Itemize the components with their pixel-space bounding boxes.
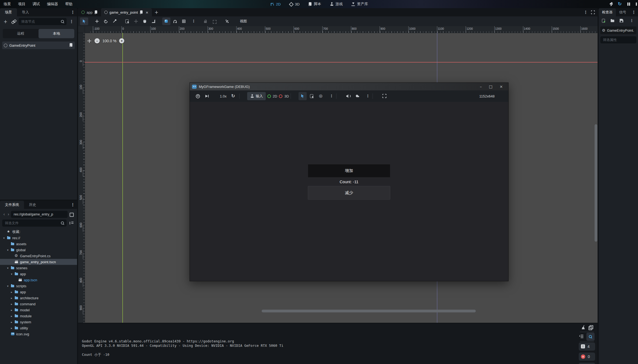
vertical-scrollbar[interactable]: [595, 124, 597, 242]
tree-row-scenes[interactable]: ▾ scenes: [0, 265, 77, 271]
path-breadcrumb[interactable]: [11, 211, 68, 218]
zoom-out-button[interactable]: –: [94, 38, 100, 43]
tree-row-system[interactable]: ▸ system: [0, 319, 77, 325]
scene-tree-menu-icon[interactable]: ⋮: [68, 18, 75, 25]
new-resource-button[interactable]: [601, 19, 606, 24]
zoom-percent-button[interactable]: 100.0 %: [102, 39, 116, 43]
mode-2d-button[interactable]: 2D: [267, 92, 277, 100]
scene-dock-menu-icon[interactable]: ⋮: [69, 8, 77, 16]
add-node-button[interactable]: +: [2, 18, 9, 25]
expand-arrow[interactable]: ▸: [10, 327, 13, 330]
center-view-icon[interactable]: [87, 39, 92, 43]
grid-toggle-button[interactable]: [180, 17, 188, 25]
list-select-button[interactable]: [308, 92, 316, 100]
nav-forward-icon[interactable]: ›: [7, 212, 10, 217]
separator[interactable]: [373, 92, 379, 100]
expand-arrow[interactable]: ▾: [6, 267, 10, 270]
errors-badge[interactable]: × 0: [579, 353, 595, 361]
pick-select-button[interactable]: [299, 92, 307, 100]
split-view-icon[interactable]: [68, 211, 75, 218]
speed-button[interactable]: 1.0x: [212, 92, 228, 100]
项目[interactable]: 项目: [14, 2, 29, 7]
camera-override-button[interactable]: [317, 92, 325, 100]
sort-files-icon[interactable]: [68, 220, 75, 226]
view-menu-button[interactable]: 视图: [237, 19, 250, 24]
expand-arrow[interactable]: ▾: [2, 236, 6, 239]
scale-tool-button[interactable]: [110, 17, 119, 25]
scene-tab-app[interactable]: app ×: [78, 8, 101, 16]
expand-arrow[interactable]: ▸: [10, 321, 13, 324]
expand-arrow[interactable]: ▸: [10, 303, 13, 306]
skeleton-options-button[interactable]: [223, 17, 231, 25]
smart-snap-button[interactable]: [162, 17, 170, 25]
tree-row-assets[interactable]: assets: [0, 241, 77, 247]
dock-tab-signals[interactable]: 信号: [616, 8, 630, 16]
dock-tab-scene[interactable]: 场景: [0, 8, 17, 16]
horizontal-scrollbar[interactable]: [262, 310, 476, 312]
workspace-game-button[interactable]: 游戏: [329, 2, 343, 7]
distraction-free-icon[interactable]: [591, 10, 595, 14]
collapse-output-icon[interactable]: [579, 334, 584, 339]
tree-row-favorites[interactable]: 收藏:: [0, 229, 77, 235]
dock-tab-import[interactable]: 导入: [17, 8, 34, 16]
select-tool-button[interactable]: [80, 17, 88, 25]
scene-script-icon[interactable]: [140, 10, 143, 14]
expand-arrow[interactable]: ▸: [10, 297, 13, 300]
场景[interactable]: 场景: [0, 2, 14, 7]
scene-tree-root-node[interactable]: GameEntryPoint: [2, 42, 75, 49]
filter-nodes-input[interactable]: [19, 18, 67, 25]
close-tab-icon[interactable]: ×: [146, 10, 149, 14]
expand-arrow[interactable]: ▸: [10, 309, 13, 312]
resource-menu-button[interactable]: [628, 19, 633, 24]
dock-tab-filesystem[interactable]: 文件系统: [0, 201, 24, 209]
mute-audio-button[interactable]: [344, 92, 352, 100]
tree-row-global[interactable]: ▾ global: [0, 247, 77, 253]
tree-row-scenes-app[interactable]: ▾ app: [0, 271, 77, 277]
game-window-titlebar[interactable]: MyGFrameworkGame (DEBUG) –□×: [190, 83, 508, 90]
separator[interactable]: [89, 17, 92, 25]
input-mode-button[interactable]: 输入: [247, 92, 266, 100]
more-menu-button[interactable]: [363, 92, 371, 100]
zoom-in-button[interactable]: +: [119, 38, 124, 43]
lock-selection-button[interactable]: [201, 17, 209, 25]
pivot-tool-button[interactable]: [132, 17, 140, 25]
warnings-badge[interactable]: ! 0: [579, 363, 595, 364]
stop-button-clipped[interactable]: [635, 2, 637, 6]
filesystem-menu-icon[interactable]: ⋮: [69, 201, 77, 209]
separator[interactable]: [239, 92, 246, 100]
reset-speed-button[interactable]: [229, 92, 238, 100]
mode-3d-button[interactable]: 3D: [278, 92, 289, 100]
load-resource-button[interactable]: [610, 19, 615, 24]
dock-tab-inspector[interactable]: 检查器: [599, 8, 616, 16]
inspector-menu-icon[interactable]: ⋮: [630, 8, 638, 16]
instance-scene-button[interactable]: [10, 18, 17, 25]
build-button[interactable]: [609, 2, 613, 6]
debug-options-button[interactable]: [353, 92, 362, 100]
clear-output-icon[interactable]: [581, 325, 586, 330]
open-script-icon[interactable]: [69, 43, 73, 48]
scene-tab-game-entry-point[interactable]: game_entry_point ×: [101, 8, 152, 16]
search-output-button[interactable]: [586, 333, 595, 341]
minimize-button[interactable]: –: [480, 84, 482, 89]
pause-game-button[interactable]: [627, 2, 631, 6]
tree-row-gameentrypoint-cs[interactable]: GameEntryPoint.cs: [0, 253, 77, 259]
tree-row-scripts-app[interactable]: ▸ app: [0, 289, 77, 295]
rotate-tool-button[interactable]: [102, 17, 110, 25]
local-button[interactable]: 本地: [39, 29, 74, 38]
messages-badge[interactable]: ! 4: [579, 342, 595, 351]
expand-arrow[interactable]: ▸: [10, 291, 13, 294]
separator[interactable]: [197, 17, 201, 25]
decrease-button[interactable]: 减少: [308, 186, 390, 200]
tree-row-module[interactable]: ▸ module: [0, 313, 77, 319]
scene-tabs-menu-icon[interactable]: ⋮: [584, 10, 588, 15]
embed-mode-button[interactable]: [380, 92, 389, 100]
suspend-button[interactable]: [194, 92, 202, 100]
separator[interactable]: [158, 17, 162, 25]
filter-files-input[interactable]: [2, 220, 67, 227]
select-menu-button[interactable]: [326, 92, 335, 100]
workspace-script-button[interactable]: 脚本: [308, 2, 321, 7]
snap-menu-button[interactable]: [188, 17, 197, 25]
编辑器[interactable]: 编辑器: [43, 2, 62, 7]
tree-row-utility[interactable]: ▸ utility: [0, 325, 77, 331]
copy-output-icon[interactable]: [588, 325, 593, 330]
